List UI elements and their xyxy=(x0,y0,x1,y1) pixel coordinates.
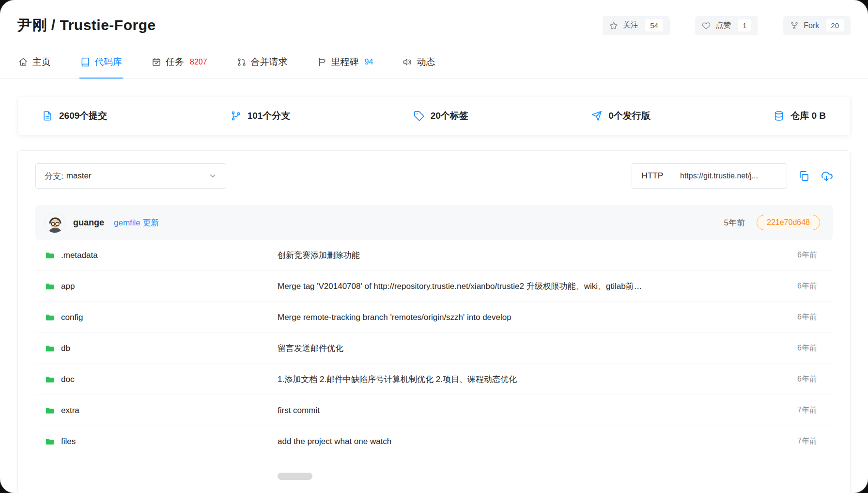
watch-label: 关注 xyxy=(623,20,638,31)
tab-milestones[interactable]: 里程碑 94 xyxy=(316,54,374,78)
tab-home[interactable]: 主页 xyxy=(17,54,52,78)
file-name[interactable]: app xyxy=(61,282,75,291)
browser-toolbar: 分支: master HTTP xyxy=(35,163,833,189)
file-time: 6年前 xyxy=(797,281,817,291)
stat-storage[interactable]: 仓库 0 B xyxy=(774,110,826,122)
header-actions: 关注 54 点赞 1 Fork 20 xyxy=(603,16,851,35)
avatar[interactable] xyxy=(44,212,65,233)
partial-file-row xyxy=(35,457,833,486)
cloud-download-icon xyxy=(820,170,833,182)
file-name[interactable]: doc xyxy=(61,375,74,384)
commit-time: 5年前 xyxy=(724,217,745,228)
copy-url-button[interactable] xyxy=(798,170,809,182)
tab-merge-requests-label: 合并请求 xyxy=(251,56,288,68)
clone-url-input[interactable] xyxy=(673,163,787,189)
stat-releases-label: 0个发行版 xyxy=(608,110,651,122)
file-name[interactable]: extra xyxy=(61,406,79,415)
file-name-cell: files xyxy=(45,437,278,446)
file-row[interactable]: extra first commit 7年前 xyxy=(35,395,833,426)
file-text-icon xyxy=(42,111,53,121)
file-time: 6年前 xyxy=(797,250,817,260)
branch-selector[interactable]: 分支: master xyxy=(35,163,226,189)
folder-icon xyxy=(45,437,55,446)
tab-repository[interactable]: 代码库 xyxy=(79,54,123,78)
file-time: 6年前 xyxy=(797,312,817,322)
tab-milestones-count: 94 xyxy=(365,58,373,66)
file-commit-message[interactable]: 留言发送邮件优化 xyxy=(278,343,797,354)
watch-button[interactable]: 关注 54 xyxy=(603,16,670,35)
file-name-cell: extra xyxy=(45,406,278,415)
file-commit-message[interactable]: Merge remote-tracking branch 'remotes/or… xyxy=(278,313,797,322)
branch-selector-text: 分支: master xyxy=(45,171,92,182)
file-name[interactable]: config xyxy=(61,313,83,322)
file-name-cell: db xyxy=(45,344,278,353)
book-icon xyxy=(80,57,90,67)
folder-icon xyxy=(45,251,55,260)
folder-icon xyxy=(45,375,55,384)
file-row[interactable]: files add the project what one watch 7年前 xyxy=(35,426,833,457)
home-icon xyxy=(18,57,28,67)
file-row[interactable]: .metadata 创新竞赛添加删除功能 6年前 xyxy=(35,240,833,271)
tab-activity-label: 动态 xyxy=(417,56,435,68)
stat-tags-label: 20个标签 xyxy=(431,110,468,122)
file-name-cell: config xyxy=(45,313,278,322)
commit-info: guange gemfile 更新 xyxy=(44,212,159,233)
commit-message-link[interactable]: gemfile 更新 xyxy=(114,217,159,228)
clone-group: HTTP xyxy=(632,163,833,189)
database-icon xyxy=(774,111,784,121)
file-row[interactable]: doc 1.添加文档 2.邮件中缺陷序号计算机制优化 2.项目、课程动态优化 6… xyxy=(35,364,833,395)
fork-label: Fork xyxy=(804,21,819,30)
file-commit-message[interactable]: 创新竞赛添加删除功能 xyxy=(278,250,797,261)
milestone-icon xyxy=(317,57,327,67)
file-row[interactable]: app Merge tag 'V20140708' of http://repo… xyxy=(35,271,833,302)
stat-branches-label: 101个分支 xyxy=(248,110,291,122)
like-label: 点赞 xyxy=(715,20,731,31)
tab-activity[interactable]: 动态 xyxy=(402,54,436,78)
tab-tasks-label: 任务 xyxy=(166,56,184,68)
file-name[interactable]: files xyxy=(61,437,76,446)
speaker-icon xyxy=(403,57,412,67)
paper-plane-icon xyxy=(591,111,602,121)
stat-releases[interactable]: 0个发行版 xyxy=(591,110,651,122)
like-button[interactable]: 点赞 1 xyxy=(695,16,758,35)
commit-meta: 5年前 221e70d648 xyxy=(724,215,820,230)
calendar-check-icon xyxy=(152,57,161,67)
branch-label: 分支: xyxy=(45,171,63,182)
tag-icon xyxy=(414,111,424,121)
commit-author[interactable]: guange xyxy=(73,218,104,228)
download-button[interactable] xyxy=(820,170,833,182)
repo-header: 尹刚 / Trustie-Forge 关注 54 点赞 1 For xyxy=(0,0,868,35)
chevron-down-icon xyxy=(208,172,217,180)
file-name[interactable]: db xyxy=(61,344,70,353)
stat-branches[interactable]: 101个分支 xyxy=(231,110,291,122)
file-name-cell: .metadata xyxy=(45,251,278,260)
file-commit-message[interactable]: add the project what one watch xyxy=(278,437,797,446)
file-name[interactable]: .metadata xyxy=(61,251,98,260)
file-time: 7年前 xyxy=(797,405,817,415)
fork-button[interactable]: Fork 20 xyxy=(783,16,851,35)
latest-commit-row: guange gemfile 更新 5年前 221e70d648 xyxy=(35,205,833,240)
file-name-cell: doc xyxy=(45,375,278,384)
stat-tags[interactable]: 20个标签 xyxy=(414,110,468,122)
folder-icon xyxy=(45,313,55,322)
file-row[interactable]: config Merge remote-tracking branch 'rem… xyxy=(35,302,833,333)
file-row[interactable]: db 留言发送邮件优化 6年前 xyxy=(35,333,833,364)
file-commit-message[interactable]: 1.添加文档 2.邮件中缺陷序号计算机制优化 2.项目、课程动态优化 xyxy=(278,374,797,385)
tab-merge-requests[interactable]: 合并请求 xyxy=(236,54,289,78)
commit-hash-badge[interactable]: 221e70d648 xyxy=(757,215,820,230)
tab-home-label: 主页 xyxy=(32,56,51,68)
heart-icon xyxy=(702,21,711,30)
pull-request-icon xyxy=(237,57,247,67)
git-branch-icon xyxy=(231,111,241,121)
repo-stats-bar: 2609个提交 101个分支 20个标签 0个发行版 仓库 0 B xyxy=(17,96,851,136)
tab-tasks[interactable]: 任务 8207 xyxy=(151,54,208,78)
file-time: 6年前 xyxy=(797,374,817,384)
stat-commits[interactable]: 2609个提交 xyxy=(42,110,107,122)
file-commit-message[interactable]: first commit xyxy=(278,406,797,415)
protocol-button[interactable]: HTTP xyxy=(632,163,673,189)
file-time: 7年前 xyxy=(797,436,817,446)
file-commit-message[interactable]: Merge tag 'V20140708' of http://reposito… xyxy=(278,281,797,292)
file-browser-card: 分支: master HTTP xyxy=(17,150,851,493)
folder-icon xyxy=(45,344,55,353)
file-list: .metadata 创新竞赛添加删除功能 6年前 app Merge tag '… xyxy=(35,240,833,486)
